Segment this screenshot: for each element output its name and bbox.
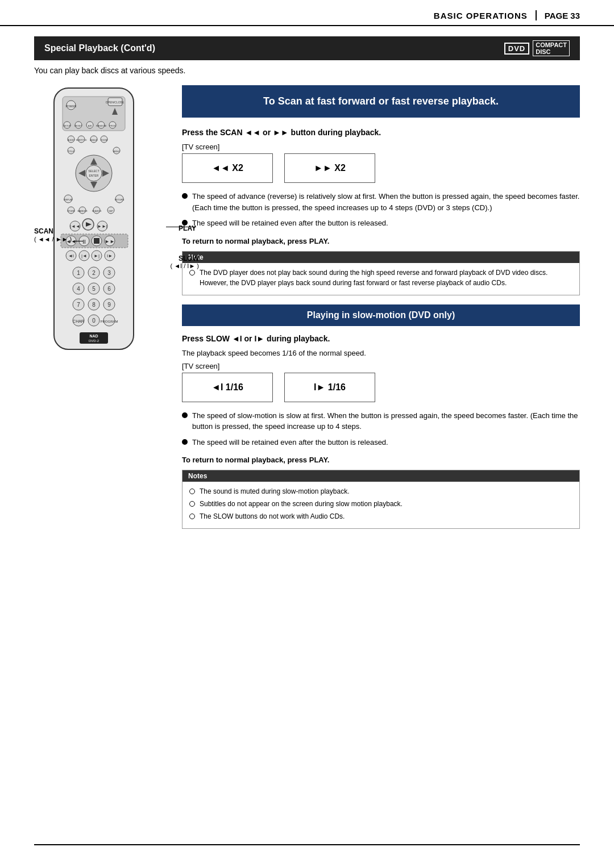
svg-text:►►: ►►: [105, 239, 115, 244]
page-container: BASIC OPERATIONS PAGE 33 Special Playbac…: [0, 0, 614, 868]
dvd-logo: DVD: [504, 43, 529, 55]
tv-screen-left-scan: ◄◄ X2: [182, 153, 273, 183]
svg-text:ZOOM: ZOOM: [101, 139, 107, 141]
section-heading: Special Playback (Cont'd) DVD COMPACTDIS…: [34, 36, 580, 60]
svg-text:A/B: A/B: [88, 124, 92, 127]
list-item: The speed of slow-motion is slow at firs…: [182, 410, 580, 432]
svg-text:STORE: STORE: [67, 210, 75, 212]
svg-text:TITLE: TITLE: [68, 150, 74, 153]
tv-screen-label-slow: [TV screen]: [182, 362, 580, 370]
svg-text:◄I: ◄I: [68, 253, 74, 258]
notes-box-header: Notes: [182, 470, 579, 482]
footer-line: [34, 844, 580, 845]
return-normal-scan: To return to normal playback, press PLAY…: [182, 237, 580, 245]
bullet-dot: [182, 439, 188, 445]
tv-screen-right-slow: I► 1/16: [284, 373, 375, 402]
scan-label: SCAN: [34, 227, 53, 235]
return-normal-slow: To return to normal playback, press PLAY…: [182, 456, 580, 464]
list-item: The speed of advance (reverse) is relati…: [182, 191, 580, 213]
tv-screen-label-scan: [TV screen]: [182, 143, 580, 151]
note-circle: [189, 270, 195, 276]
svg-point-34: [86, 165, 102, 181]
svg-text:SELECT: SELECT: [88, 169, 99, 173]
svg-text:CHAR: CHAR: [73, 319, 84, 323]
play-arrow-line: [166, 227, 196, 227]
svg-text:6: 6: [107, 286, 111, 292]
note-circle: [189, 489, 195, 494]
svg-text:OPEN/CLOSE: OPEN/CLOSE: [106, 101, 125, 104]
slow-sub-label: ( ◄I / I► ): [171, 262, 200, 269]
note-box-content: The DVD player does not play back sound …: [182, 263, 579, 295]
slow-bullet-list: The speed of slow-motion is slow at firs…: [182, 410, 580, 448]
svg-text:|◄◄: |◄◄: [70, 224, 80, 229]
note-box-header: Note: [182, 252, 579, 263]
page-header: BASIC OPERATIONS PAGE 33: [0, 0, 614, 26]
svg-text:NAD: NAD: [89, 334, 98, 338]
slow-label: SLOW: [179, 254, 199, 262]
scan-bullet-list: The speed of advance (reverse) is relati…: [182, 191, 580, 229]
slow-motion-heading: Playing in slow-motion (DVD only): [182, 304, 580, 326]
main-content: POWER OPEN/CLOSE SETUP RESET A/B RANDOM …: [34, 85, 580, 538]
note-item: Subtitles do not appear on the screen du…: [189, 499, 572, 509]
svg-text:1: 1: [77, 270, 80, 276]
svg-text:8: 8: [92, 302, 96, 308]
scan-instruction: Press the SCAN ◄◄ or ►► button during pl…: [182, 128, 580, 137]
note-circle: [189, 514, 195, 519]
remote-svg: POWER OPEN/CLOSE SETUP RESET A/B RANDOM …: [34, 85, 154, 358]
svg-text:►|: ►|: [94, 253, 99, 258]
note-item: The SLOW buttons do not work with Audio …: [189, 511, 572, 521]
list-item: The speed will be retained even after th…: [182, 218, 580, 229]
svg-text:0: 0: [92, 318, 96, 324]
svg-text:►►|: ►►|: [97, 224, 107, 229]
bullet-dot: [182, 193, 188, 199]
svg-text:I►: I►: [107, 253, 113, 258]
section-title-text: Special Playback (Cont'd): [44, 43, 155, 53]
svg-text:DISPLAY: DISPLAY: [64, 198, 73, 201]
svg-text:RANDOM: RANDOM: [96, 124, 106, 127]
svg-text:2: 2: [92, 270, 96, 276]
svg-text:5: 5: [92, 286, 96, 292]
svg-text:MENU: MENU: [113, 150, 120, 153]
note-box-scan: Note The DVD player does not play back s…: [182, 251, 580, 295]
svg-text:3: 3: [107, 270, 111, 276]
scan-heading: To Scan at fast forward or fast reverse …: [182, 85, 580, 118]
svg-text:PROG: PROG: [109, 124, 116, 127]
svg-text:7: 7: [77, 302, 80, 308]
note-circle: [189, 501, 195, 507]
right-content: To Scan at fast forward or fast reverse …: [182, 85, 580, 538]
remote-area: POWER OPEN/CLOSE SETUP RESET A/B RANDOM …: [34, 85, 165, 538]
svg-text:ENTER: ENTER: [89, 174, 99, 177]
tv-screen-right-scan: ►► X2: [284, 153, 375, 183]
svg-text:|◄: |◄: [81, 253, 87, 258]
tv-screen-left-slow: ◄I 1/16: [182, 373, 273, 402]
svg-text:RESET: RESET: [74, 124, 82, 127]
svg-text:MARKER: MARKER: [77, 210, 87, 212]
tv-screens-slow: ◄I 1/16 I► 1/16: [182, 373, 580, 402]
svg-text:9: 9: [107, 302, 111, 308]
list-item: The speed will be retained even after th…: [182, 437, 580, 448]
dvd-badge: DVD COMPACTDISC: [504, 40, 570, 56]
page-label: PAGE 33: [545, 11, 580, 20]
header-divider: [536, 10, 537, 20]
svg-text:ANGLE: ANGLE: [90, 139, 98, 141]
bullet-dot: [182, 412, 188, 418]
tv-screens-scan: ◄◄ X2 ►► X2: [182, 153, 580, 183]
section-title: BASIC OPERATIONS: [434, 11, 528, 20]
svg-text:SEARCH: SEARCH: [92, 210, 102, 212]
svg-text:SKP: SKP: [109, 210, 113, 212]
slow-instruction: Press SLOW ◄I or I► during playback.: [182, 334, 580, 343]
svg-text:PROGRAM: PROGRAM: [100, 320, 118, 323]
svg-text:AUDIO: AUDIO: [68, 139, 75, 141]
scan-arrow-line: [73, 241, 83, 241]
svg-text:SETUP: SETUP: [63, 124, 71, 127]
disc-logo: COMPACTDISC: [533, 40, 570, 56]
svg-rect-61: [94, 238, 99, 244]
notes-box-slow: Notes The sound is muted during slow-mot…: [182, 470, 580, 529]
svg-text:DVD-2: DVD-2: [89, 339, 99, 343]
notes-box-content: The sound is muted during slow-motion pl…: [182, 482, 579, 528]
intro-text: You can play back discs at various speed…: [34, 66, 580, 75]
play-label: PLAY: [179, 224, 196, 232]
scan-sub-label: ( ◄◄ / ►► ): [34, 236, 72, 243]
svg-text:⏸: ⏸: [81, 239, 87, 245]
note-item: The sound is muted during slow-motion pl…: [189, 486, 572, 496]
